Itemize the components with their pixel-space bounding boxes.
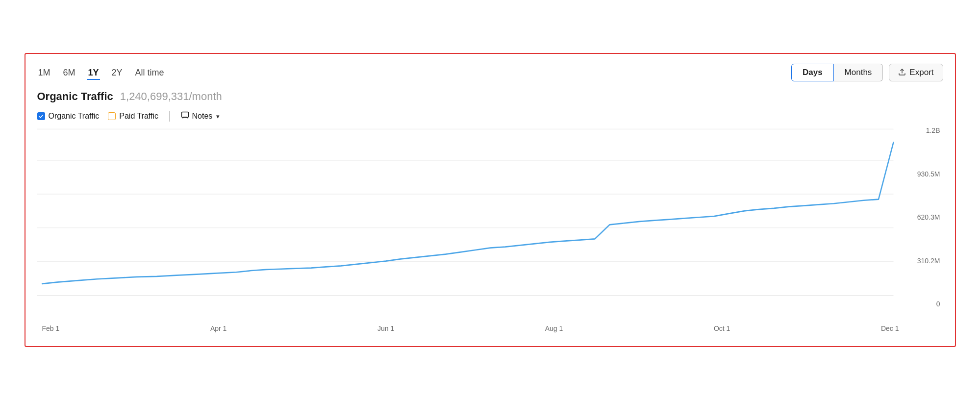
organic-traffic-label: Organic Traffic <box>49 112 100 121</box>
paid-traffic-checkbox[interactable] <box>108 112 116 120</box>
x-label-apr: Apr 1 <box>210 325 226 332</box>
view-days-button[interactable]: Days <box>791 64 834 81</box>
metric-label: Organic Traffic <box>37 90 113 103</box>
legend-paid-traffic[interactable]: Paid Traffic <box>108 112 158 121</box>
y-label-310m: 310.2M <box>904 257 943 265</box>
organic-traffic-checkbox[interactable] <box>37 112 45 120</box>
export-icon <box>898 68 906 77</box>
x-label-aug: Aug 1 <box>545 325 563 332</box>
notes-icon <box>181 111 189 122</box>
time-filter-1m[interactable]: 1M <box>37 66 51 80</box>
svg-rect-0 <box>181 112 188 117</box>
x-label-feb: Feb 1 <box>42 325 60 332</box>
legend-divider <box>169 111 170 122</box>
metric-value: 1,240,699,331/month <box>120 90 222 103</box>
export-button[interactable]: Export <box>889 64 943 81</box>
notes-label: Notes <box>192 112 213 121</box>
y-label-12b: 1.2B <box>904 126 943 134</box>
top-row: 1M 6M 1Y 2Y All time Days Months Export <box>37 64 943 81</box>
y-axis-labels: 0 310.2M 620.3M 930.5M 1.2B <box>904 126 943 308</box>
notes-button[interactable]: Notes ▾ <box>181 111 220 122</box>
view-months-button[interactable]: Months <box>834 64 883 81</box>
time-filters: 1M 6M 1Y 2Y All time <box>37 66 165 80</box>
y-label-0: 0 <box>904 300 943 308</box>
legend-organic-traffic[interactable]: Organic Traffic <box>37 112 100 121</box>
time-filter-alltime[interactable]: All time <box>134 66 165 80</box>
time-filter-2y[interactable]: 2Y <box>111 66 124 80</box>
main-container: 1M 6M 1Y 2Y All time Days Months Export … <box>25 53 956 347</box>
y-label-930m: 930.5M <box>904 170 943 178</box>
time-filter-1y[interactable]: 1Y <box>87 66 100 80</box>
x-label-jun: Jun 1 <box>377 325 394 332</box>
chart-container: 0 310.2M 620.3M 930.5M 1.2B Feb 1 Apr 1 … <box>37 126 943 332</box>
x-axis-labels: Feb 1 Apr 1 Jun 1 Aug 1 Oct 1 Dec 1 <box>42 318 899 332</box>
chart-svg <box>37 126 943 332</box>
legend-row: Organic Traffic Paid Traffic Notes ▾ <box>37 111 943 122</box>
chevron-down-icon: ▾ <box>216 113 220 120</box>
export-label: Export <box>909 68 933 77</box>
x-label-dec: Dec 1 <box>881 325 899 332</box>
x-label-oct: Oct 1 <box>714 325 730 332</box>
time-filter-6m[interactable]: 6M <box>62 66 76 80</box>
metric-row: Organic Traffic 1,240,699,331/month <box>37 90 943 103</box>
y-label-620m: 620.3M <box>904 213 943 221</box>
right-controls: Days Months Export <box>791 64 943 81</box>
paid-traffic-label: Paid Traffic <box>119 112 158 121</box>
